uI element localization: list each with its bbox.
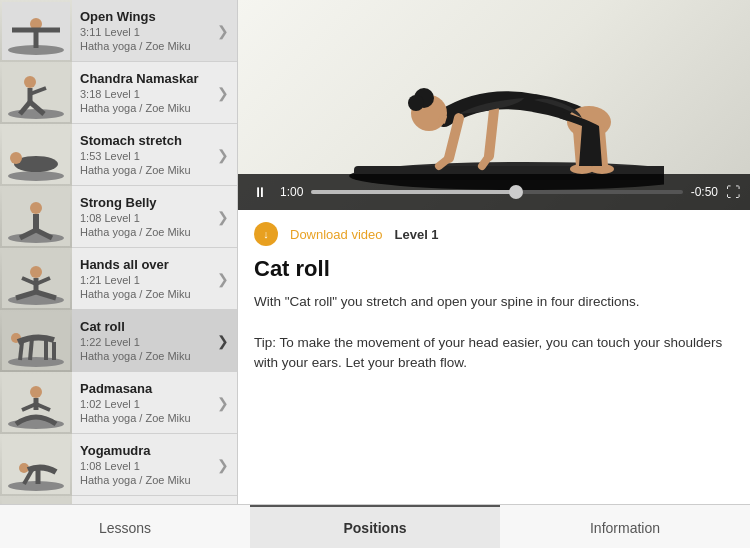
sidebar-meta2-open-wings: Hatha yoga / Zoe Miku — [80, 40, 201, 52]
progress-handle[interactable] — [509, 185, 523, 199]
svg-point-18 — [30, 202, 42, 214]
tab-lessons[interactable]: Lessons — [0, 505, 250, 548]
sidebar-meta1-cat-roll: 1:22 Level 1 — [80, 336, 201, 348]
sidebar-info-strong-belly: Strong Belly 1:08 Level 1 Hatha yoga / Z… — [72, 189, 209, 244]
sidebar-meta1-chandra-namaskar: 3:18 Level 1 — [80, 88, 201, 100]
sidebar: Open Wings 3:11 Level 1 Hatha yoga / Zoe… — [0, 0, 238, 504]
tab-bar: LessonsPositionsInformation — [0, 504, 750, 548]
yoga-pose-image — [324, 18, 664, 193]
main-container: Open Wings 3:11 Level 1 Hatha yoga / Zoe… — [0, 0, 750, 504]
thumbnail-yogamudra — [0, 434, 72, 496]
sidebar-item-cat-roll[interactable]: Cat roll 1:22 Level 1 Hatha yoga / Zoe M… — [0, 310, 237, 372]
sidebar-meta2-stomach-stretch: Hatha yoga / Zoe Miku — [80, 164, 201, 176]
sidebar-info-japanese-seat: Japanese Seat 1:04 Level 1 Hatha yoga / … — [72, 499, 209, 504]
thumbnail-chandra-namaskar — [0, 62, 72, 124]
thumbnail-strong-belly — [0, 186, 72, 248]
sidebar-item-chandra-namaskar[interactable]: Chandra Namaskar 3:18 Level 1 Hatha yoga… — [0, 62, 237, 124]
sidebar-title-stomach-stretch: Stomach stretch — [80, 133, 201, 148]
sidebar-meta1-strong-belly: 1:08 Level 1 — [80, 212, 201, 224]
sidebar-title-yogamudra: Yogamudra — [80, 443, 201, 458]
sidebar-meta2-strong-belly: Hatha yoga / Zoe Miku — [80, 226, 201, 238]
svg-line-33 — [20, 342, 22, 360]
sidebar-meta1-hands-all-over: 1:21 Level 1 — [80, 274, 201, 286]
sidebar-item-padmasana[interactable]: Padmasana 1:02 Level 1 Hatha yoga / Zoe … — [0, 372, 237, 434]
svg-point-15 — [10, 152, 22, 164]
sidebar-info-hands-all-over: Hands all over 1:21 Level 1 Hatha yoga /… — [72, 251, 209, 306]
info-area: ↓ Download video Level 1 Cat roll With "… — [238, 210, 750, 504]
sidebar-meta1-stomach-stretch: 1:53 Level 1 — [80, 150, 201, 162]
sidebar-info-yogamudra: Yogamudra 1:08 Level 1 Hatha yoga / Zoe … — [72, 437, 209, 492]
download-icon: ↓ — [254, 222, 278, 246]
sidebar-item-yogamudra[interactable]: Yogamudra 1:08 Level 1 Hatha yoga / Zoe … — [0, 434, 237, 496]
svg-point-24 — [30, 266, 42, 278]
sidebar-meta2-padmasana: Hatha yoga / Zoe Miku — [80, 412, 201, 424]
remaining-time: -0:50 — [691, 185, 718, 199]
progress-bar[interactable] — [311, 190, 682, 194]
sidebar-title-strong-belly: Strong Belly — [80, 195, 201, 210]
tab-positions[interactable]: Positions — [250, 505, 500, 548]
chevron-open-wings: ❯ — [209, 23, 237, 39]
tab-information[interactable]: Information — [500, 505, 750, 548]
chevron-strong-belly: ❯ — [209, 209, 237, 225]
video-container: ⏸ 1:00 -0:50 ⛶ — [238, 0, 750, 210]
sidebar-item-japanese-seat[interactable]: Japanese Seat 1:04 Level 1 Hatha yoga / … — [0, 496, 237, 504]
svg-point-17 — [8, 233, 64, 243]
chevron-yogamudra: ❯ — [209, 457, 237, 473]
level-badge: Level 1 — [395, 227, 439, 242]
thumbnail-hands-all-over — [0, 248, 72, 310]
sidebar-item-stomach-stretch[interactable]: Stomach stretch 1:53 Level 1 Hatha yoga … — [0, 124, 237, 186]
svg-line-34 — [30, 338, 32, 360]
chevron-padmasana: ❯ — [209, 395, 237, 411]
video-controls: ⏸ 1:00 -0:50 ⛶ — [238, 174, 750, 210]
sidebar-meta1-padmasana: 1:02 Level 1 — [80, 398, 201, 410]
download-row: ↓ Download video Level 1 — [254, 222, 734, 246]
chevron-hands-all-over: ❯ — [209, 271, 237, 287]
sidebar-title-hands-all-over: Hands all over — [80, 257, 201, 272]
sidebar-item-hands-all-over[interactable]: Hands all over 1:21 Level 1 Hatha yoga /… — [0, 248, 237, 310]
video-description: With "Cat roll" you stretch and open you… — [254, 292, 734, 373]
sidebar-meta2-chandra-namaskar: Hatha yoga / Zoe Miku — [80, 102, 201, 114]
svg-rect-48 — [2, 498, 70, 505]
svg-point-6 — [8, 109, 64, 119]
sidebar-meta2-yogamudra: Hatha yoga / Zoe Miku — [80, 474, 201, 486]
sidebar-title-padmasana: Padmasana — [80, 381, 201, 396]
download-link[interactable]: Download video — [290, 227, 383, 242]
sidebar-info-chandra-namaskar: Chandra Namaskar 3:18 Level 1 Hatha yoga… — [72, 65, 209, 120]
sidebar-info-open-wings: Open Wings 3:11 Level 1 Hatha yoga / Zoe… — [72, 3, 209, 58]
pause-button[interactable]: ⏸ — [248, 180, 272, 204]
svg-line-57 — [439, 118, 446, 120]
thumbnail-padmasana — [0, 372, 72, 434]
chevron-stomach-stretch: ❯ — [209, 147, 237, 163]
sidebar-meta2-hands-all-over: Hatha yoga / Zoe Miku — [80, 288, 201, 300]
content-area: ⏸ 1:00 -0:50 ⛶ ↓ Download video Level 1 … — [238, 0, 750, 504]
progress-fill — [311, 190, 515, 194]
svg-point-59 — [408, 95, 424, 111]
sidebar-meta2-cat-roll: Hatha yoga / Zoe Miku — [80, 350, 201, 362]
thumbnail-open-wings — [0, 0, 72, 62]
svg-line-62 — [489, 110, 494, 156]
sidebar-info-cat-roll: Cat roll 1:22 Level 1 Hatha yoga / Zoe M… — [72, 313, 209, 368]
chevron-cat-roll: ❯ — [209, 333, 237, 349]
thumbnail-stomach-stretch — [0, 124, 72, 186]
sidebar-meta1-yogamudra: 1:08 Level 1 — [80, 460, 201, 472]
thumbnail-japanese-seat — [0, 496, 72, 505]
svg-point-13 — [8, 171, 64, 181]
fullscreen-button[interactable]: ⛶ — [726, 184, 740, 200]
sidebar-item-open-wings[interactable]: Open Wings 3:11 Level 1 Hatha yoga / Zoe… — [0, 0, 237, 62]
sidebar-info-stomach-stretch: Stomach stretch 1:53 Level 1 Hatha yoga … — [72, 127, 209, 182]
video-title: Cat roll — [254, 256, 734, 282]
svg-point-7 — [24, 76, 36, 88]
thumbnail-cat-roll — [0, 310, 72, 372]
sidebar-title-open-wings: Open Wings — [80, 9, 201, 24]
chevron-chandra-namaskar: ❯ — [209, 85, 237, 101]
sidebar-item-strong-belly[interactable]: Strong Belly 1:08 Level 1 Hatha yoga / Z… — [0, 186, 237, 248]
svg-point-39 — [30, 386, 42, 398]
sidebar-title-cat-roll: Cat roll — [80, 319, 201, 334]
current-time: 1:00 — [280, 185, 303, 199]
download-arrow-icon: ↓ — [263, 228, 269, 240]
sidebar-title-chandra-namaskar: Chandra Namaskar — [80, 71, 201, 86]
sidebar-meta1-open-wings: 3:11 Level 1 — [80, 26, 201, 38]
sidebar-info-padmasana: Padmasana 1:02 Level 1 Hatha yoga / Zoe … — [72, 375, 209, 430]
